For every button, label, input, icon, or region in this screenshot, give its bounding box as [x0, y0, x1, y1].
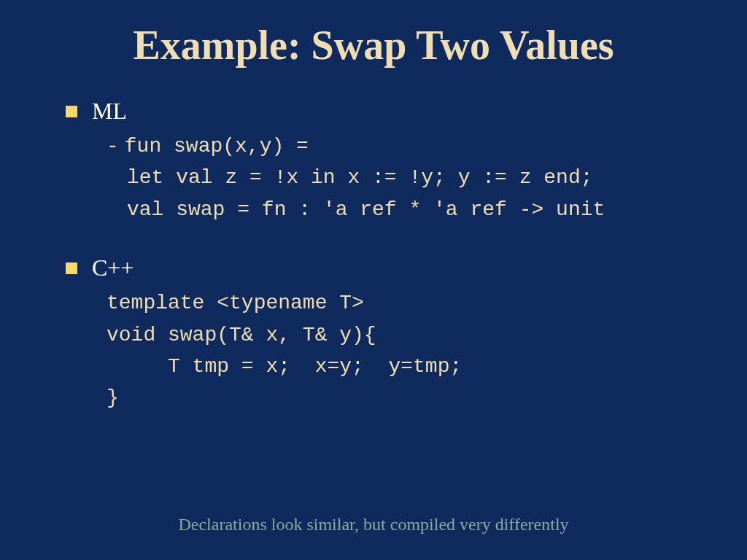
section-ml: ML - fun swap(x,y) = let val z = !x in x… — [66, 98, 703, 225]
section-cpp: C++ template <typename T> void swap(T& x… — [66, 254, 703, 414]
code-dash-row: - fun swap(x,y) = — [107, 131, 703, 162]
footer-note: Declarations look similar, but compiled … — [0, 515, 747, 534]
code-line: void swap(T& x, T& y){ — [107, 319, 703, 351]
code-block-ml: - fun swap(x,y) = let val z = !x in x :=… — [107, 131, 703, 225]
square-bullet-icon — [66, 262, 77, 274]
slide-title: Example: Swap Two Values — [44, 22, 703, 69]
section-label: ML — [92, 98, 127, 125]
code-line: let val z = !x in x := !y; y := z end; — [127, 162, 703, 193]
code-line: T tmp = x; x=y; y=tmp; — [107, 351, 703, 382]
code-block-cpp: template <typename T> void swap(T& x, T&… — [107, 287, 703, 414]
code-line: fun swap(x,y) = — [125, 131, 309, 162]
code-line: val swap = fn : 'a ref * 'a ref -> unit — [127, 194, 703, 225]
dash-icon: - — [107, 135, 119, 158]
bullet-row: C++ — [66, 254, 703, 281]
square-bullet-icon — [66, 106, 77, 117]
section-label: C++ — [92, 254, 133, 281]
code-line: template <typename T> — [107, 287, 703, 319]
slide: Example: Swap Two Values ML - fun swap(x… — [0, 0, 747, 560]
bullet-row: ML — [66, 98, 703, 125]
code-line: } — [107, 382, 703, 413]
